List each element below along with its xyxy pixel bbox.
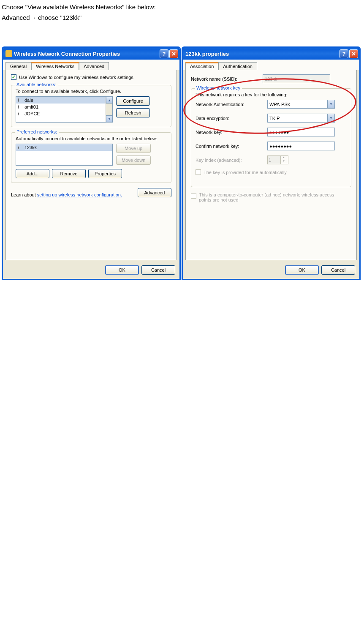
spinner-buttons: ▲▼	[280, 156, 287, 164]
tab-strip: Association Authentication	[183, 60, 359, 70]
scroll-down-icon[interactable]: ▼	[106, 115, 113, 122]
list-item[interactable]: amit01	[16, 104, 112, 110]
remove-button[interactable]: Remove	[52, 169, 86, 178]
network-icon	[18, 145, 23, 150]
ssid-input	[263, 74, 330, 83]
available-title: Available networks:	[15, 82, 58, 87]
available-text: To connect to an available network, clic…	[16, 89, 167, 94]
ok-button[interactable]: OK	[105, 265, 139, 275]
preferred-title: Preferred networks:	[15, 129, 59, 134]
tab-general[interactable]: General	[5, 62, 31, 70]
tab-authentication[interactable]: Authentication	[218, 62, 257, 70]
list-item-label: 123kk	[24, 145, 37, 150]
netkey-input[interactable]	[267, 128, 335, 136]
doc-line-2-post: choose "123kk"	[36, 14, 81, 21]
doc-line-2: Advanced→ choose "123kk"	[2, 14, 362, 21]
enc-dropdown[interactable]: TKIP ▼	[267, 114, 335, 123]
key-index-spinner: ▲▼	[267, 155, 288, 164]
enc-label: Data encryption:	[196, 116, 267, 121]
list-item-label: amit01	[24, 104, 38, 109]
advanced-button[interactable]: Advanced	[138, 188, 171, 197]
tab-content: Network name (SSID): Wireless network ke…	[185, 70, 357, 260]
add-button[interactable]: Add...	[16, 169, 49, 178]
enc-value: TKIP	[269, 116, 280, 121]
spinner-up-icon: ▲	[281, 156, 287, 160]
arrow-icon: →	[30, 14, 36, 21]
network-icon	[18, 98, 23, 103]
cancel-button[interactable]: Cancel	[141, 265, 175, 275]
ssid-label: Network name (SSID):	[191, 76, 263, 82]
app-icon	[5, 50, 12, 57]
close-button[interactable]: ✕	[349, 49, 358, 58]
properties-button[interactable]: Properties	[88, 169, 122, 178]
confirm-input[interactable]	[267, 142, 335, 150]
learn-pre: Learn about	[11, 192, 37, 197]
auto-key-checkbox	[196, 169, 201, 175]
adhoc-checkbox	[191, 193, 196, 199]
use-windows-label: Use Windows to configure my wireless net…	[19, 75, 133, 80]
chevron-down-icon[interactable]: ▼	[327, 100, 334, 108]
auth-label: Network Authentication:	[196, 102, 267, 107]
list-item[interactable]: JOYCE	[16, 110, 112, 117]
dialog-buttons: OK Cancel	[3, 263, 179, 279]
dialog-buttons: OK Cancel	[183, 263, 359, 279]
refresh-button[interactable]: Refresh	[116, 108, 150, 117]
confirm-label: Confirm network key:	[196, 144, 267, 149]
spinner-down-icon: ▼	[281, 160, 287, 164]
learn-link[interactable]: setting up wireless network configuratio…	[37, 192, 122, 197]
network-icon	[18, 111, 23, 116]
preferred-text: Automatically connect to available netwo…	[16, 136, 167, 141]
close-button[interactable]: ✕	[169, 49, 178, 58]
learn-text: Learn about setting up wireless network …	[11, 192, 122, 197]
list-item-label: JOYCE	[24, 111, 40, 116]
list-item[interactable]: dale	[16, 97, 112, 104]
move-down-button[interactable]: Move down	[116, 155, 151, 165]
window-title: 123kk properties	[185, 51, 339, 57]
window-wireless-properties: Wireless Network Connection Properties ?…	[2, 46, 181, 280]
auto-key-label: The key is provided for me automatically	[204, 170, 287, 175]
wireless-key-group: Wireless network key This network requir…	[191, 88, 351, 187]
ok-button[interactable]: OK	[285, 265, 319, 275]
netkey-label: Network key:	[196, 130, 267, 135]
cancel-button[interactable]: Cancel	[321, 265, 355, 275]
titlebar[interactable]: Wireless Network Connection Properties ?…	[3, 48, 179, 60]
doc-line-1: Choose "View available Wireless Networks…	[2, 3, 362, 11]
tab-association[interactable]: Association	[185, 62, 218, 70]
tab-advanced[interactable]: Advanced	[79, 62, 109, 70]
doc-line-2-pre: Advanced	[2, 14, 30, 21]
use-windows-checkbox[interactable]: ✓	[11, 74, 16, 80]
list-item-label: dale	[24, 98, 33, 103]
adhoc-label: This is a computer-to-computer (ad hoc) …	[199, 192, 342, 202]
preferred-listbox[interactable]: 123kk	[16, 144, 113, 166]
configure-button[interactable]: Configure	[116, 96, 150, 106]
tab-strip: General Wireless Networks Advanced	[3, 60, 179, 70]
index-label: Key index (advanced):	[196, 158, 267, 163]
scroll-up-icon[interactable]: ▲	[106, 97, 113, 104]
titlebar[interactable]: 123kk properties ? ✕	[183, 48, 359, 60]
window-123kk-properties: 123kk properties ? ✕ Association Authent…	[182, 46, 361, 280]
move-up-button[interactable]: Move up	[116, 144, 151, 153]
chevron-down-icon[interactable]: ▼	[327, 114, 334, 122]
window-title: Wireless Network Connection Properties	[14, 51, 159, 57]
auth-dropdown[interactable]: WPA-PSK ▼	[267, 100, 335, 109]
key-index-input	[268, 156, 280, 164]
auth-value: WPA-PSK	[269, 102, 291, 107]
tab-content: ✓ Use Windows to configure my wireless n…	[5, 70, 177, 260]
help-button[interactable]: ?	[160, 49, 168, 58]
scrollbar[interactable]: ▲ ▼	[106, 97, 112, 122]
key-group-title: Wireless network key	[195, 85, 242, 90]
available-networks-group: Available networks: To connect to an ava…	[11, 85, 171, 127]
help-button[interactable]: ?	[340, 49, 348, 58]
list-item[interactable]: 123kk	[16, 144, 112, 151]
available-listbox[interactable]: dale amit01 JOYCE ▲ ▼	[16, 96, 113, 123]
key-group-text: This network requires a key for the foll…	[196, 92, 347, 97]
preferred-networks-group: Preferred networks: Automatically connec…	[11, 132, 171, 183]
network-icon	[18, 104, 23, 109]
tab-wireless-networks[interactable]: Wireless Networks	[31, 62, 79, 70]
